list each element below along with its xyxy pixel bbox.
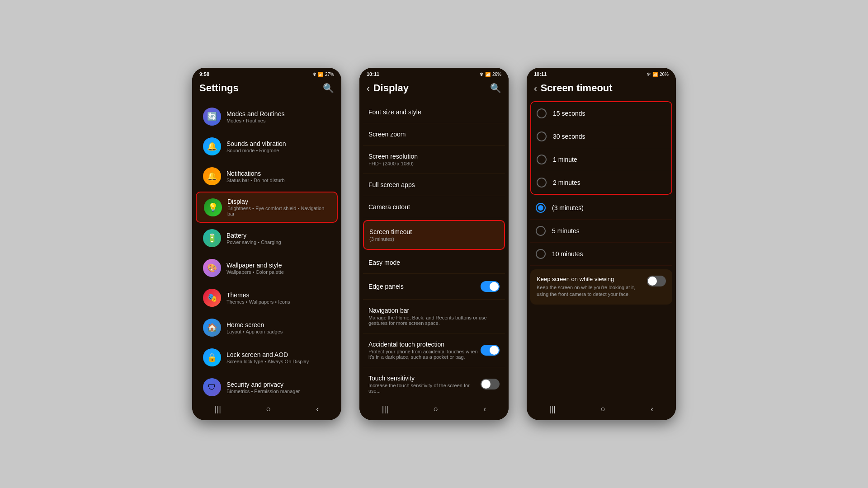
top-nav-left-2: ‹ Display [367,82,409,94]
wallpaper-subtitle: Wallpapers • Color palette [226,269,330,275]
edge-title: Edge panels [368,283,404,290]
accidental-subtitle: Protect your phone from accidental touch… [368,349,481,360]
display-title: Display [227,198,330,205]
radio-2min [537,178,547,188]
radio-10min [536,249,546,259]
bottom-nav-1: ||| ○ ‹ [192,400,341,420]
page-title-1: Settings [199,82,239,94]
settings-item-home[interactable]: 🏠 Home screen Layout • App icon badges [196,313,338,342]
back-button-3[interactable]: ‹ [651,404,653,414]
settings-list: 🔄 Modes and Routines Modes • Routines 🔔 … [192,99,341,400]
timeout-item-30sec[interactable]: 30 seconds [531,125,671,148]
accidental-title: Accidental touch protection [368,341,481,348]
settings-item-battery[interactable]: 🔋 Battery Power saving • Charging [196,224,338,253]
display-list: Font size and style Screen zoom Screen r… [359,99,509,400]
home-icon: 🏠 [203,319,221,337]
keep-screen-title: Keep screen on while viewing [537,276,642,282]
timeout-item-5min[interactable]: 5 minutes [530,220,672,243]
back-button-2[interactable]: ‹ [483,404,486,414]
home-button-1[interactable]: ○ [266,404,271,414]
cutout-title: Camera cutout [368,203,500,211]
display-item-cutout[interactable]: Camera cutout [363,196,505,218]
lock-title: Lock screen and AOD [226,351,330,358]
display-item-timeout[interactable]: Screen timeout (3 minutes) [363,220,505,250]
easymode-title: Easy mode [368,259,500,266]
display-item-navbar[interactable]: Navigation bar Manage the Home, Back, an… [363,300,505,333]
battery-text-2: 26% [492,72,501,77]
status-icons-3: ✻ 📶 26% [647,72,669,77]
timeout-item-2min[interactable]: 2 minutes [531,171,671,194]
settings-content: 🔄 Modes and Routines Modes • Routines 🔔 … [192,99,341,400]
notifications-text: Notifications Status bar • Do not distur… [226,170,330,183]
display-item-easymode[interactable]: Easy mode [363,252,505,274]
timeout-item-3min[interactable]: (3 minutes) [530,197,672,220]
battery-icon-item: 🔋 [203,229,221,247]
battery-title: Battery [226,232,330,239]
settings-item-notifications[interactable]: 🔔 Notifications Status bar • Do not dist… [196,162,338,191]
status-time-2: 10:11 [367,71,379,77]
modes-text: Modes and Routines Modes • Routines [226,110,330,123]
recents-button-1[interactable]: ||| [215,404,221,414]
timeout-item-15sec[interactable]: 15 seconds [531,102,671,125]
search-icon-2[interactable]: 🔍 [490,83,501,94]
display-item-fullscreen[interactable]: Full screen apps [363,174,505,196]
settings-item-sounds[interactable]: 🔔 Sounds and vibration Sound mode • Ring… [196,132,338,161]
bottom-nav-3: ||| ○ ‹ [527,400,676,420]
timeout-label-10min: 10 minutes [552,250,583,258]
display-item-accidental[interactable]: Accidental touch protection Protect your… [363,333,505,367]
display-item-zoom[interactable]: Screen zoom [363,123,505,145]
timeout-item-1min[interactable]: 1 minute [531,148,671,171]
settings-item-security[interactable]: 🛡 Security and privacy Biometrics • Perm… [196,373,338,400]
home-button-2[interactable]: ○ [434,404,439,414]
top-nav-2: ‹ Display 🔍 [359,79,509,99]
display-subtitle: Brightness • Eye comfort shield • Naviga… [227,206,330,216]
touchsens-toggle[interactable] [481,379,500,389]
bluetooth-icon-2: ✻ [480,72,483,77]
navbar-title: Navigation bar [368,307,500,314]
keep-screen-toggle-thumb [648,277,657,286]
display-icon: 💡 [204,198,222,216]
security-text: Security and privacy Biometrics • Permis… [226,381,330,394]
recents-button-3[interactable]: ||| [549,404,556,414]
top-nav-3: ‹ Screen timeout [527,79,676,99]
search-icon-1[interactable]: 🔍 [323,83,334,94]
timeout-item-10min[interactable]: 10 minutes [530,243,672,266]
settings-item-display[interactable]: 💡 Display Brightness • Eye comfort shiel… [196,192,338,223]
radio-1min [537,155,547,164]
keep-screen-toggle[interactable] [647,276,666,286]
display-item-font[interactable]: Font size and style [363,101,505,123]
accidental-toggle[interactable] [481,345,500,356]
bluetooth-icon-3: ✻ [647,72,651,77]
font-title: Font size and style [368,108,500,116]
home-button-3[interactable]: ○ [601,404,606,414]
radio-30sec [537,131,547,141]
notifications-title: Notifications [226,170,330,177]
display-item-touchsens[interactable]: Touch sensitivity Increase the touch sen… [363,367,505,400]
battery-text-3: 26% [660,72,669,77]
top-nav-left-3: ‹ Screen timeout [534,82,613,94]
edge-toggle[interactable] [481,281,500,292]
zoom-title: Screen zoom [368,131,500,138]
timeout-label-5min: 5 minutes [552,227,580,235]
settings-item-modes[interactable]: 🔄 Modes and Routines Modes • Routines [196,102,338,131]
notifications-icon: 🔔 [203,167,221,185]
edge-row: Edge panels [368,281,500,292]
back-icon-2[interactable]: ‹ [367,83,370,94]
display-content: Font size and style Screen zoom Screen r… [359,99,509,400]
radio-5min [536,226,546,236]
phone2: 10:11 ✻ 📶 26% ‹ Display 🔍 Font size and … [359,68,509,420]
back-button-1[interactable]: ‹ [316,404,319,414]
display-item-edge[interactable]: Edge panels [363,274,505,300]
settings-item-lock[interactable]: 🔒 Lock screen and AOD Screen lock type •… [196,343,338,372]
settings-item-themes[interactable]: 🎭 Themes Themes • Wallpapers • Icons [196,283,338,312]
radio-15sec [537,108,547,118]
timeout-title: Screen timeout [369,228,499,235]
display-item-resolution[interactable]: Screen resolution FHD+ (2400 x 1080) [363,145,505,174]
recents-button-2[interactable]: ||| [382,404,388,414]
back-icon-3[interactable]: ‹ [534,83,537,94]
settings-item-wallpaper[interactable]: 🎨 Wallpaper and style Wallpapers • Color… [196,253,338,282]
display-text: Display Brightness • Eye comfort shield … [227,198,330,216]
security-subtitle: Biometrics • Permission manager [226,389,330,394]
signal-icon: 📶 [318,72,323,77]
timeout-label-30sec: 30 seconds [553,133,585,140]
